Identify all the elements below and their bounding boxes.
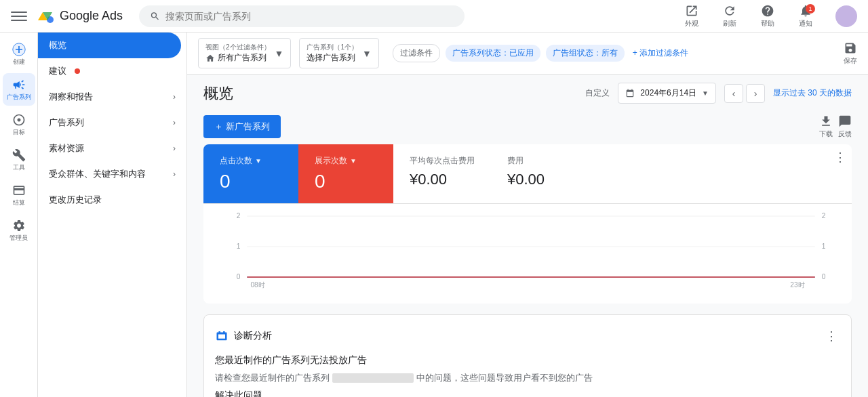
filter-label-chip: 过滤条件: [393, 44, 440, 62]
diagnostic-body: 您最近制作的广告系列无法投放广告 请检查您最近制作的广告系列 中的问题，这些问题…: [215, 354, 840, 397]
create-label: 创建: [13, 58, 25, 66]
svg-text:2: 2: [822, 212, 826, 220]
customize-label: 自定义: [585, 87, 610, 99]
sidebar-narrow: 创建 广告系列 目标 工具 结算 管理员: [0, 33, 38, 397]
top-bar-right: 外观 刷新 帮助 1 通知: [678, 3, 857, 30]
svg-text:1: 1: [822, 243, 826, 250]
campaigns-nav-label: 广告系列: [49, 117, 84, 129]
nav-item-audiences[interactable]: 受众群体、关键字和内容 ›: [38, 161, 186, 187]
filter-chips: 过滤条件 广告系列状态：已应用 广告组状态：所有 + 添加过滤条件: [393, 44, 688, 62]
campaign-selector[interactable]: 广告系列（1个） 选择广告系列 ▼: [299, 38, 378, 68]
view-selector-label: 视图（2个过滤条件）: [205, 43, 271, 52]
narrow-goals[interactable]: 目标: [3, 108, 35, 141]
svg-text:0: 0: [822, 273, 826, 280]
chip-adgroup-status[interactable]: 广告组状态：所有: [546, 45, 625, 62]
nav-item-overview[interactable]: 概览: [38, 33, 181, 58]
clicks-value: 0: [220, 171, 282, 192]
help-icon: [761, 4, 774, 18]
toolbar: ＋ 新广告系列 下载 反馈: [187, 109, 868, 144]
chart-area: 2 1 0 2 1 0 08时 23时: [203, 203, 852, 304]
narrow-billing[interactable]: 结算: [3, 179, 35, 211]
top-bar: Google Ads 外观 刷新 帮助 1 通知: [0, 0, 868, 33]
avg-cpc-label: 平均每次点击费用: [410, 155, 475, 167]
campaign-dropdown-icon: ▼: [362, 48, 372, 59]
search-icon: [150, 11, 160, 22]
feedback-btn[interactable]: 反馈: [838, 114, 852, 139]
narrow-create[interactable]: 创建: [3, 38, 35, 70]
help-icon-btn[interactable]: 帮助: [754, 3, 781, 30]
impressions-value: 0: [315, 171, 377, 192]
nav-item-recommendations[interactable]: 建议: [38, 58, 186, 84]
target-icon: [12, 113, 26, 127]
nav-item-insights[interactable]: 洞察和报告 ›: [38, 84, 186, 110]
narrow-admin[interactable]: 管理员: [3, 214, 35, 247]
date-nav: ‹ ›: [724, 84, 765, 103]
billing-label: 结算: [13, 198, 25, 207]
page-title: 概览: [203, 83, 233, 104]
download-btn[interactable]: 下载: [819, 114, 833, 139]
download-icon: [819, 114, 833, 128]
filter-bar: 视图（2个过滤条件） 所有广告系列 ▼ 广告系列（1个） 选择广告系列 ▼ 过滤…: [187, 33, 868, 75]
top-bar-left: Google Ads: [11, 7, 123, 26]
narrow-tools[interactable]: 工具: [3, 144, 35, 176]
avatar[interactable]: [835, 5, 857, 27]
gear-icon: [12, 219, 26, 232]
new-campaign-btn[interactable]: ＋ 新广告系列: [203, 115, 281, 138]
save-label: 保存: [844, 56, 857, 66]
audiences-chevron: ›: [173, 169, 176, 179]
impressions-dropdown[interactable]: ▼: [350, 157, 357, 165]
notification-label: 通知: [799, 19, 812, 28]
toolbar-right: 下载 反馈: [819, 114, 852, 139]
date-selector[interactable]: 2024年6月14日 ▼: [618, 83, 716, 104]
search-input[interactable]: [165, 11, 454, 22]
diag-resolve: 解决此问题: [215, 390, 840, 397]
diagnostic-section: 诊断分析 ⋮ 您最近制作的广告系列无法投放广告 请检查您最近制作的广告系列 中的…: [203, 314, 852, 397]
notification-icon-btn[interactable]: 1 通知: [792, 3, 819, 30]
add-filter-btn[interactable]: + 添加过滤条件: [633, 47, 688, 59]
stat-impressions: 展示次数 ▼ 0: [298, 144, 393, 203]
hamburger-menu[interactable]: [11, 8, 27, 24]
external-icon: [685, 4, 698, 18]
clicks-dropdown[interactable]: ▼: [255, 157, 262, 165]
svg-text:23时: 23时: [790, 281, 804, 289]
blurred-campaign-name: [332, 373, 414, 383]
show-days-link[interactable]: 显示过去 30 天的数据: [773, 87, 852, 99]
plus-icon: [12, 43, 26, 56]
stat-avg-cpc: 平均每次点击费用 ¥0.00: [393, 144, 491, 203]
chip-campaign-status[interactable]: 广告系列状态：已应用: [446, 45, 540, 62]
save-btn[interactable]: 保存: [844, 41, 857, 66]
audiences-label: 受众群体、关键字和内容: [49, 168, 146, 180]
diag-warning-title: 您最近制作的广告系列无法投放广告: [215, 354, 840, 367]
stat-cost: 费用 ¥0.00: [491, 144, 586, 203]
notification-badge: 1: [806, 4, 815, 14]
save-icon: [844, 41, 857, 55]
prev-date-btn[interactable]: ‹: [724, 84, 743, 103]
insights-label: 洞察和报告: [49, 91, 93, 103]
external-label: 外观: [685, 19, 698, 28]
diagnostic-more-btn[interactable]: ⋮: [823, 326, 840, 346]
stats-more-btn[interactable]: ⋮: [829, 144, 852, 170]
nav-item-assets[interactable]: 素材资源 ›: [38, 135, 186, 161]
recommendations-dot: [75, 68, 80, 74]
avg-cpc-value: ¥0.00: [410, 171, 475, 188]
narrow-campaigns[interactable]: 广告系列: [3, 73, 35, 106]
page-header-right: 自定义 2024年6月14日 ▼ ‹ › 显示过去 30 天的数据: [585, 83, 852, 104]
calendar-icon: [625, 89, 635, 98]
search-bar[interactable]: [139, 5, 465, 27]
impressions-label: 展示次数: [315, 155, 347, 167]
refresh-icon-btn[interactable]: 刷新: [716, 3, 743, 30]
help-label: 帮助: [761, 19, 774, 28]
refresh-label: 刷新: [723, 19, 736, 28]
stat-clicks: 点击次数 ▼ 0: [203, 144, 298, 203]
view-selector[interactable]: 视图（2个过滤条件） 所有广告系列 ▼: [198, 38, 291, 68]
nav-item-history[interactable]: 更改历史记录: [38, 187, 186, 213]
campaign-selector-label: 广告系列（1个）: [307, 43, 358, 52]
next-date-btn[interactable]: ›: [746, 84, 765, 103]
nav-item-campaigns[interactable]: 广告系列 ›: [38, 110, 186, 135]
view-selector-value: 所有广告系列: [218, 52, 267, 64]
svg-text:2: 2: [237, 212, 241, 220]
refresh-icon: [723, 4, 736, 18]
date-dropdown-icon: ▼: [702, 89, 709, 97]
diagnostic-icon: [215, 329, 229, 343]
external-icon-btn[interactable]: 外观: [678, 3, 705, 30]
